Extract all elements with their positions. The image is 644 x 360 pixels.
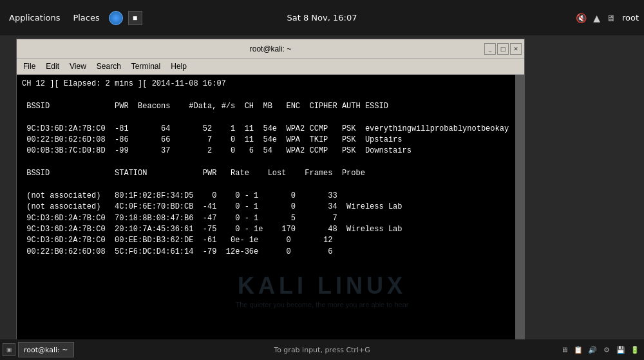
systray-icon-2[interactable]: 📋 [572,343,585,356]
menu-file[interactable]: File [19,61,39,72]
bluetooth-icon[interactable]: ▲ [593,13,600,23]
network-icon[interactable]: 🖥 [607,13,616,23]
menu-view[interactable]: View [66,61,90,72]
notification-area: 🖥 📋 🔊 ⚙ 💾 🔋 [558,343,641,356]
menu-search[interactable]: Search [93,61,125,72]
root-label: root [622,13,639,23]
terminal-window: root@kali: ~ _ □ ✕ File Edit View Search… [16,39,525,345]
scrollbar[interactable] [515,75,524,344]
menu-edit[interactable]: Edit [42,61,63,72]
menu-terminal[interactable]: Terminal [128,61,164,72]
systray-icon-6[interactable]: 🔋 [629,343,641,356]
menu-help[interactable]: Help [167,61,191,72]
terminal-task-icon[interactable]: ▣ [3,343,15,356]
terminal-menubar: File Edit View Search Terminal Help [17,59,524,75]
window-controls: _ □ ✕ [484,43,522,55]
maximize-button[interactable]: □ [497,43,509,55]
systray-icon-4[interactable]: ⚙ [600,343,613,356]
taskbar-datetime: Sat 8 Nov, 16:07 [287,13,357,23]
terminal-titlebar: root@kali: ~ _ □ ✕ [17,39,524,59]
close-button[interactable]: ✕ [510,43,522,55]
terminal-taskbar-label: root@kali: ~ [24,346,68,354]
systray-icon-5[interactable]: 💾 [614,343,627,356]
speaker-icon[interactable]: 🔇 [576,13,587,23]
status-bar-text: To grab input, press Ctrl+G [274,346,370,354]
globe-icon[interactable] [109,11,123,25]
terminal-content: CH 12 ][ Elapsed: 2 mins ][ 2014-11-08 1… [22,79,519,258]
terminal-taskbar-btn[interactable]: root@kali: ~ [18,342,74,357]
taskbar-right: 🔇 ▲ 🖥 root [576,13,639,23]
minimize-button[interactable]: _ [484,43,496,55]
taskbar-bottom: ▣ root@kali: ~ To grab input, press Ctrl… [0,339,644,360]
taskbar-bottom-left: ▣ root@kali: ~ [3,342,74,357]
terminal-launch-icon[interactable]: ■ [128,11,142,25]
applications-menu[interactable]: Applications [5,10,64,25]
systray-icon-3[interactable]: 🔊 [586,343,599,356]
systray-icon-1[interactable]: 🖥 [558,343,571,356]
terminal-body[interactable]: CH 12 ][ Elapsed: 2 mins ][ 2014-11-08 1… [17,75,524,344]
taskbar-left: Applications Places ■ [5,10,142,25]
taskbar-top: Applications Places ■ Sat 8 Nov, 16:07 🔇… [0,0,644,35]
terminal-title: root@kali: ~ [250,44,292,53]
places-menu[interactable]: Places [69,10,103,25]
